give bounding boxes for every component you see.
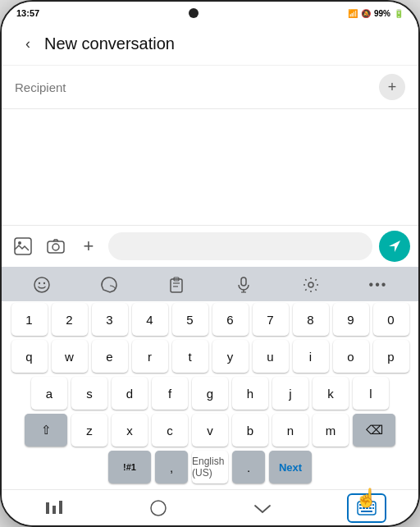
key-v[interactable]: v (192, 414, 228, 447)
key-s[interactable]: s (71, 377, 107, 410)
back-icon: ‹ (25, 35, 30, 53)
battery-percent: 99% (374, 9, 390, 18)
key-r[interactable]: r (132, 340, 168, 373)
svg-point-18 (151, 501, 166, 516)
message-toolbar: + (2, 225, 418, 267)
phone-shell: 13:57 📶 🔕 99% 🔋 ‹ New conversation + (0, 0, 420, 527)
recents-button[interactable] (34, 493, 74, 523)
status-time: 13:57 (16, 8, 39, 18)
svg-rect-24 (372, 504, 374, 506)
back-nav-button[interactable] (243, 493, 282, 523)
more-button[interactable]: ••• (363, 272, 394, 298)
wifi-icon: 🔕 (361, 9, 371, 18)
key-j[interactable]: j (272, 377, 308, 410)
svg-rect-23 (369, 504, 372, 506)
svg-rect-27 (366, 507, 368, 509)
add-attach-button[interactable]: + (75, 233, 102, 259)
key-o[interactable]: o (333, 340, 369, 373)
camera-button[interactable] (43, 233, 69, 259)
key-6[interactable]: 6 (212, 303, 249, 336)
sticker-button[interactable] (94, 272, 125, 298)
camera-notch (189, 8, 199, 18)
key-p[interactable]: p (373, 340, 409, 373)
symbols-key[interactable]: !#1 (108, 451, 151, 483)
key-z[interactable]: z (71, 414, 107, 447)
number-row: 1 2 3 4 5 6 7 8 9 0 (5, 303, 415, 336)
key-3[interactable]: 3 (92, 303, 128, 336)
key-t[interactable]: t (172, 340, 208, 373)
status-bar: 13:57 📶 🔕 99% 🔋 (2, 2, 418, 23)
emoji-button[interactable] (26, 272, 57, 298)
key-a[interactable]: a (31, 377, 67, 410)
backspace-key[interactable]: ⌫ (353, 414, 395, 447)
next-key[interactable]: Next (269, 451, 312, 483)
key-0[interactable]: 0 (373, 303, 409, 336)
message-text-input[interactable] (108, 232, 372, 260)
key-k[interactable]: k (313, 377, 349, 410)
signal-icon: 📶 (348, 9, 358, 18)
page-title: New conversation (44, 34, 175, 53)
home-button[interactable] (139, 493, 178, 523)
key-2[interactable]: 2 (52, 303, 88, 336)
key-q[interactable]: q (11, 340, 48, 373)
key-5[interactable]: 5 (172, 303, 208, 336)
clipboard-button[interactable] (161, 272, 192, 298)
svg-rect-29 (372, 507, 374, 509)
key-n[interactable]: n (272, 414, 308, 447)
recipient-input[interactable] (15, 80, 379, 94)
message-area (2, 109, 418, 225)
svg-point-1 (18, 241, 21, 245)
key-e[interactable]: e (92, 340, 128, 373)
key-f[interactable]: f (152, 377, 188, 410)
period-key[interactable]: . (232, 451, 265, 483)
key-4[interactable]: 4 (132, 303, 168, 336)
status-icons: 📶 🔕 99% 🔋 (348, 9, 404, 18)
zxcv-row: ⇧ z x c v b n m ⌫ (5, 414, 415, 447)
key-1[interactable]: 1 (11, 303, 48, 336)
keyboard: 1 2 3 4 5 6 7 8 9 0 q w e r t y u i o p … (2, 301, 418, 489)
key-l[interactable]: l (353, 377, 389, 410)
battery-icon: 🔋 (394, 9, 404, 18)
svg-point-4 (34, 277, 49, 292)
svg-rect-21 (363, 504, 365, 506)
back-button[interactable]: ‹ (15, 31, 41, 57)
key-x[interactable]: x (112, 414, 148, 447)
svg-rect-20 (359, 504, 362, 506)
keyboard-nav-button[interactable] (347, 493, 386, 523)
key-7[interactable]: 7 (253, 303, 289, 336)
shift-key[interactable]: ⇧ (25, 414, 67, 447)
svg-point-14 (308, 282, 313, 287)
key-u[interactable]: u (253, 340, 289, 373)
gallery-button[interactable] (10, 233, 36, 259)
key-d[interactable]: d (112, 377, 148, 410)
key-h[interactable]: h (232, 377, 268, 410)
settings-button[interactable] (295, 272, 326, 298)
app-header: ‹ New conversation (2, 23, 418, 66)
svg-rect-17 (59, 501, 62, 514)
comma-key[interactable]: , (155, 451, 188, 483)
keyboard-icon-row: ••• (2, 267, 418, 301)
svg-rect-28 (369, 507, 372, 509)
svg-rect-30 (361, 511, 372, 512)
mic-button[interactable] (228, 272, 259, 298)
key-i[interactable]: i (293, 340, 329, 373)
key-9[interactable]: 9 (333, 303, 369, 336)
svg-rect-25 (359, 507, 362, 509)
svg-rect-2 (48, 241, 64, 253)
add-recipient-button[interactable]: + (379, 74, 405, 100)
key-g[interactable]: g (192, 377, 228, 410)
send-button[interactable] (379, 231, 410, 262)
space-key[interactable]: English (US) (192, 451, 228, 483)
key-b[interactable]: b (232, 414, 268, 447)
key-y[interactable]: y (212, 340, 249, 373)
key-c[interactable]: c (152, 414, 188, 447)
key-m[interactable]: m (313, 414, 349, 447)
svg-rect-26 (363, 507, 365, 509)
asdf-row: a s d f g h j k l (5, 377, 415, 410)
more-icon: ••• (369, 277, 388, 292)
svg-rect-15 (46, 502, 49, 514)
key-w[interactable]: w (52, 340, 88, 373)
svg-rect-16 (52, 506, 56, 514)
qwerty-row: q w e r t y u i o p (5, 340, 415, 373)
key-8[interactable]: 8 (293, 303, 329, 336)
